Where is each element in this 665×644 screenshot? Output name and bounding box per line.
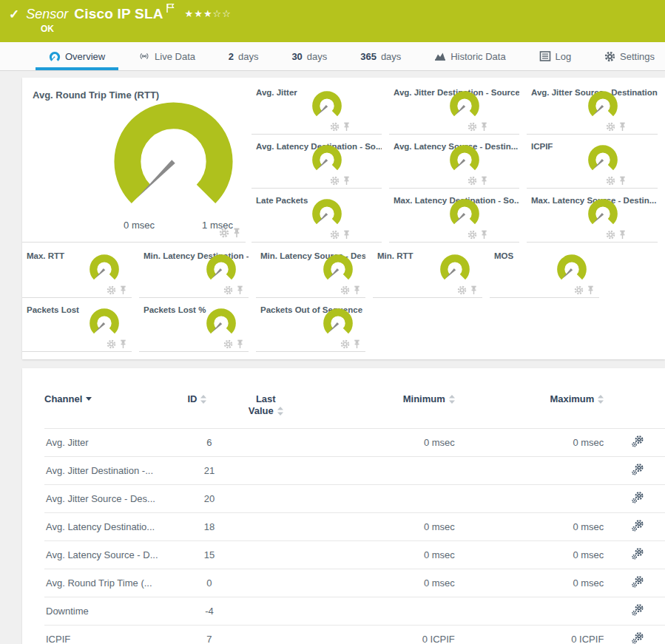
gear-icon[interactable] (467, 122, 477, 132)
gauge-packets-out-of-sequence: Packets Out of Sequence (256, 298, 365, 352)
tab-2-days[interactable]: 2 days (215, 42, 272, 70)
table-row[interactable]: Avg. Jitter 6 0 msec 0 msec (44, 428, 665, 456)
mini-gauge-chart (447, 197, 482, 234)
pin-icon[interactable] (342, 122, 351, 132)
gear-icon[interactable] (223, 285, 233, 295)
pin-icon[interactable] (353, 339, 361, 349)
gauge-packets-lost: Packets Lost (22, 298, 132, 352)
edit-channel-gears-icon[interactable] (632, 576, 644, 590)
pin-icon[interactable] (587, 285, 595, 295)
tab-365-days[interactable]: 365 days (347, 42, 414, 70)
edit-channel-gears-icon[interactable] (632, 520, 644, 534)
gear-icon[interactable] (107, 285, 116, 295)
sort-icon (598, 395, 604, 404)
gear-icon[interactable] (340, 285, 350, 295)
pin-icon[interactable] (353, 285, 361, 295)
tab-30-days-number: 30 (291, 51, 302, 62)
edit-channel-gears-icon[interactable] (632, 464, 644, 478)
channel-last-value (231, 540, 300, 569)
gear-icon[interactable] (467, 230, 477, 240)
col-channel[interactable]: Channel (44, 390, 187, 428)
channel-name[interactable]: ICPIF (44, 625, 187, 644)
tab-30-days[interactable]: 30 days (278, 42, 340, 70)
tab-log[interactable]: Log (526, 42, 585, 70)
mini-gauge-chart (309, 143, 345, 180)
tab-30-days-word: days (307, 51, 327, 62)
channel-minimum: 0 msec (300, 512, 455, 540)
gear-icon[interactable] (340, 339, 350, 349)
tab-365-days-word: days (381, 51, 401, 62)
channel-maximum: 0 msec (455, 540, 604, 569)
channel-id: 0 (187, 569, 231, 597)
pin-icon[interactable] (236, 339, 244, 349)
table-row[interactable]: ICPIF 7 0 ICPIF 0 ICPIF (44, 625, 665, 644)
gear-icon[interactable] (606, 230, 615, 240)
channel-name[interactable]: Avg. Round Trip Time (... (44, 569, 187, 597)
pin-icon[interactable] (236, 285, 244, 295)
sensor-header: ✓ Sensor Cisco IP SLA ★★★☆☆ OK (0, 0, 665, 42)
channel-name[interactable]: Downtime (44, 597, 187, 625)
edit-channel-gears-icon[interactable] (632, 632, 644, 644)
gear-icon[interactable] (574, 285, 584, 295)
channel-maximum: 0 ICPIF (455, 625, 604, 644)
gear-icon[interactable] (606, 122, 615, 132)
gear-icon[interactable] (219, 228, 229, 238)
gauge-min-rtt: Min. RTT (373, 244, 482, 298)
gauge-min-label: 0 msec (115, 220, 163, 231)
gear-icon[interactable] (223, 339, 233, 349)
channel-name[interactable]: Avg. Latency Destinatio... (44, 512, 187, 540)
edit-channel-gears-icon[interactable] (632, 435, 644, 450)
gear-icon[interactable] (107, 339, 116, 349)
pin-icon[interactable] (470, 285, 478, 295)
table-row[interactable]: Downtime -4 (44, 597, 665, 625)
channel-minimum (300, 597, 455, 625)
edit-channel-gears-icon[interactable] (632, 548, 644, 562)
channel-minimum: 0 msec (300, 540, 455, 569)
gauge-min-latency-dst-src: Min. Latency Destination - So... (139, 244, 249, 298)
mini-gauge-chart (585, 143, 621, 180)
edit-channel-gears-icon[interactable] (632, 492, 644, 506)
col-last-label-1: Last (256, 393, 276, 405)
gear-icon[interactable] (330, 176, 340, 186)
gear-icon[interactable] (457, 285, 467, 295)
table-row[interactable]: Avg. Latency Destinatio... 18 0 msec 0 m… (44, 512, 665, 540)
edit-channel-gears-icon[interactable] (632, 604, 644, 618)
channel-name[interactable]: Avg. Jitter Source - Des... (44, 484, 187, 512)
priority-stars[interactable]: ★★★☆☆ (185, 8, 232, 19)
col-id[interactable]: ID (187, 390, 231, 428)
flag-icon[interactable] (166, 3, 175, 16)
tab-overview[interactable]: Overview (36, 42, 118, 70)
gear-icon[interactable] (467, 176, 477, 186)
channel-name[interactable]: Avg. Jitter (44, 428, 187, 456)
tab-historic-data[interactable]: Historic Data (421, 42, 519, 70)
tab-settings[interactable]: Settings (591, 42, 658, 70)
gear-icon[interactable] (606, 176, 615, 186)
col-maximum[interactable]: Maximum (455, 390, 604, 428)
pin-icon[interactable] (342, 176, 351, 186)
pin-icon[interactable] (480, 176, 488, 186)
pin-icon[interactable] (480, 230, 488, 240)
pin-icon[interactable] (618, 122, 627, 132)
pin-icon[interactable] (618, 230, 627, 240)
gear-icon[interactable] (330, 122, 340, 132)
channel-name[interactable]: Avg. Latency Source - D... (44, 540, 187, 569)
table-row[interactable]: Avg. Latency Source - D... 15 0 msec 0 m… (44, 540, 665, 569)
channel-minimum: 0 msec (300, 428, 455, 456)
tab-live-data[interactable]: Live Data (125, 42, 209, 70)
col-minimum[interactable]: Minimum (300, 390, 455, 428)
channel-name[interactable]: Avg. Jitter Destination -... (44, 456, 187, 484)
col-last-value[interactable]: Last Value (231, 390, 300, 428)
pin-icon[interactable] (119, 339, 127, 349)
pin-icon[interactable] (342, 230, 351, 240)
gauge-avg-jitter: Avg. Jitter (252, 81, 382, 135)
table-row[interactable]: Avg. Round Trip Time (... 0 0 msec 0 mse… (44, 569, 665, 597)
pin-icon[interactable] (232, 228, 241, 238)
pin-icon[interactable] (119, 285, 127, 295)
pin-icon[interactable] (618, 176, 627, 186)
gear-icon[interactable] (330, 230, 340, 240)
table-row[interactable]: Avg. Jitter Source - Des... 20 (44, 484, 665, 512)
table-row[interactable]: Avg. Jitter Destination -... 21 (44, 456, 665, 484)
mini-gauge-chart (309, 89, 345, 126)
sensor-status-badge: OK (0, 22, 665, 34)
pin-icon[interactable] (480, 122, 488, 132)
